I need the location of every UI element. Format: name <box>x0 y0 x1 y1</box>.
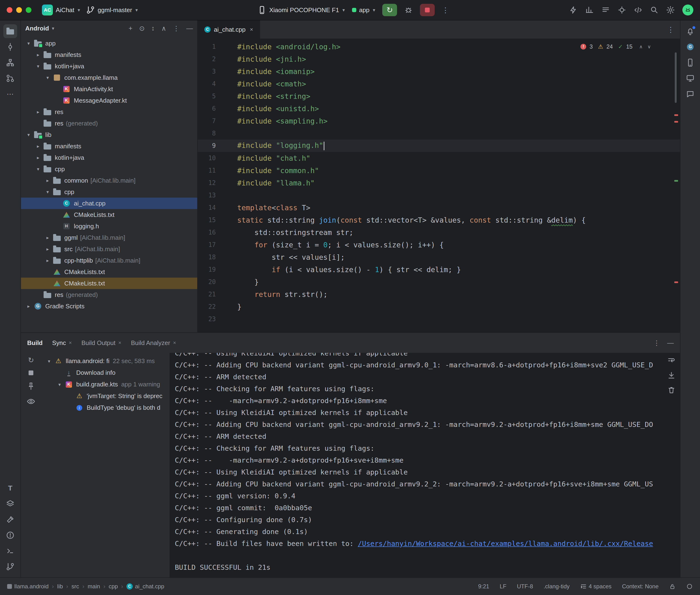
inspect-icon[interactable] <box>27 397 35 406</box>
tab-options-icon[interactable]: ⋮ <box>667 26 680 34</box>
profiler-icon[interactable] <box>585 6 594 14</box>
editor-tab[interactable]: C ai_chat.cpp × <box>198 21 260 38</box>
project-widget[interactable]: AC AiChat ▾ <box>42 4 80 16</box>
more-tool-windows-icon[interactable]: ⋯ <box>3 87 17 101</box>
close-tab-icon[interactable]: × <box>173 340 176 346</box>
add-icon[interactable]: + <box>129 25 133 32</box>
breadcrumb-item[interactable]: lib <box>57 583 63 590</box>
minimize-window-button[interactable] <box>16 7 22 13</box>
terminal-tool-icon[interactable] <box>3 544 17 558</box>
inspections-widget[interactable]: ! 3 ⚠ 24 ✓ 15 ∧ ∨ <box>578 42 653 51</box>
breadcrumb-item[interactable]: main <box>88 583 100 590</box>
code-line[interactable]: 5#include <string> <box>198 90 680 103</box>
app-quality-insights-tool-icon[interactable] <box>683 87 697 101</box>
code-line[interactable]: 19 if (i < values.size() - 1) { str << d… <box>198 263 680 276</box>
project-tree-item[interactable]: ▾app <box>21 38 197 49</box>
project-tree-item[interactable]: res(generated) <box>21 118 197 129</box>
code-line[interactable]: 11#include "common.h" <box>198 164 680 177</box>
running-devices-tool-icon[interactable] <box>683 72 697 85</box>
hide-panel-icon[interactable]: — <box>186 25 193 32</box>
breadcrumb-item[interactable]: cpp <box>109 583 118 590</box>
project-tree-item[interactable]: Hlogging.h <box>21 221 197 232</box>
error-stripe-mark[interactable] <box>674 281 678 283</box>
line-number[interactable]: 3 <box>198 68 224 75</box>
code-line[interactable]: 10#include "chat.h" <box>198 152 680 164</box>
code-line[interactable]: 6#include <unistd.h> <box>198 103 680 115</box>
stop-build-icon[interactable] <box>29 370 33 375</box>
project-tree-item[interactable]: CMakeLists.txt <box>21 209 197 221</box>
line-number[interactable]: 4 <box>198 80 224 87</box>
locate-file-icon[interactable]: ⊙ <box>139 25 145 32</box>
chevron-right-icon[interactable]: ▸ <box>43 258 52 263</box>
chevron-right-icon[interactable]: ▸ <box>34 155 43 161</box>
line-number[interactable]: 2 <box>198 55 224 63</box>
profile-avatar[interactable] <box>682 4 693 16</box>
device-mirroring-icon[interactable] <box>634 6 642 14</box>
code-line[interactable]: 13 <box>198 189 680 201</box>
version-control-tool-icon[interactable] <box>3 560 17 573</box>
scroll-to-end-icon[interactable] <box>667 371 676 379</box>
project-tree-item[interactable]: res(generated) <box>21 289 197 301</box>
apply-changes-icon[interactable] <box>569 6 578 14</box>
pin-icon[interactable] <box>27 382 35 391</box>
project-tree-item[interactable]: Cai_chat.cpp <box>21 198 197 209</box>
project-view-selector[interactable]: Android <box>25 25 49 32</box>
code-line[interactable]: 22} <box>198 301 680 313</box>
code-editor[interactable]: 1#include <android/log.h>2#include <jni.… <box>198 38 680 332</box>
minimize-panel-icon[interactable]: — <box>667 339 674 347</box>
code-line[interactable]: 20 } <box>198 276 680 288</box>
line-number[interactable]: 9 <box>198 142 224 149</box>
clear-console-icon[interactable] <box>667 386 676 394</box>
encoding-indicator[interactable]: UTF-8 <box>517 583 533 590</box>
line-number[interactable]: 6 <box>198 105 224 112</box>
chevron-down-icon[interactable]: ▾ <box>55 382 64 387</box>
line-number[interactable]: 1 <box>198 43 224 50</box>
rerun-button[interactable]: ↻ <box>382 4 397 16</box>
project-tree-item[interactable]: KMessageAdapter.kt <box>21 95 197 106</box>
context-indicator[interactable]: Context: None <box>622 583 659 590</box>
build-variants-tool-icon[interactable] <box>3 497 17 511</box>
build-tree-item[interactable]: ↓Download info <box>41 367 170 378</box>
chevron-right-icon[interactable]: ▸ <box>43 246 52 252</box>
chevron-down-icon[interactable]: ▾ <box>24 132 33 138</box>
build-tab-sync[interactable]: Sync× <box>52 339 72 347</box>
error-stripe-mark[interactable] <box>674 114 678 116</box>
line-number[interactable]: 19 <box>198 266 224 273</box>
project-tree-item[interactable]: KMainActivity.kt <box>21 83 197 95</box>
code-line[interactable]: 14template<class T> <box>198 201 680 214</box>
code-line[interactable]: 21 return str.str(); <box>198 288 680 301</box>
soft-wrap-icon[interactable] <box>667 356 676 365</box>
build-tree-item[interactable]: iBuildType 'debug' is both d <box>41 402 170 414</box>
code-line[interactable]: 9#include "logging.h" <box>198 140 680 152</box>
project-tree-item[interactable]: ▸kotlin+java <box>21 152 197 163</box>
breadcrumb-item[interactable]: llama.android <box>7 583 49 590</box>
status-indicator-icon[interactable] <box>686 583 693 590</box>
build-tab-build-output[interactable]: Build Output× <box>81 339 121 347</box>
code-line[interactable]: 3#include <iomanip> <box>198 65 680 78</box>
close-tab-icon[interactable]: × <box>250 26 253 33</box>
console-link[interactable]: /Users/hanyin/Workspace/ai-chat/examples… <box>358 540 653 548</box>
clang-tidy-indicator[interactable]: .clang-tidy <box>543 583 569 590</box>
app-inspection-icon[interactable] <box>618 6 626 14</box>
breadcrumb-item[interactable]: Cai_chat.cpp <box>127 583 164 590</box>
project-tree-item[interactable]: ▸res <box>21 106 197 118</box>
line-number[interactable]: 15 <box>198 217 224 224</box>
close-window-button[interactable] <box>7 7 12 13</box>
code-line[interactable]: 4#include <cmath> <box>198 78 680 90</box>
device-manager-tool-icon[interactable] <box>683 56 697 69</box>
line-number[interactable]: 13 <box>198 192 224 199</box>
chevron-right-icon[interactable]: ▸ <box>24 303 33 309</box>
indent-widget[interactable]: 4 spaces <box>580 583 612 590</box>
chevron-down-icon[interactable]: ▾ <box>43 75 52 81</box>
chevron-right-icon[interactable]: ▸ <box>34 143 43 149</box>
chevron-down-icon[interactable]: ▾ <box>43 189 52 195</box>
project-tree-item[interactable]: ▸cpp-httplib[AiChat.lib.main] <box>21 255 197 266</box>
line-number[interactable]: 5 <box>198 93 224 100</box>
code-line[interactable]: 23 <box>198 313 680 325</box>
zoom-window-button[interactable] <box>26 7 31 13</box>
pull-requests-tool-icon[interactable] <box>3 72 17 85</box>
lock-icon[interactable] <box>669 583 676 590</box>
line-number[interactable]: 12 <box>198 179 224 187</box>
code-line[interactable]: 15static std::string join(const std::vec… <box>198 214 680 226</box>
chevron-down-icon[interactable]: ▾ <box>34 63 43 69</box>
